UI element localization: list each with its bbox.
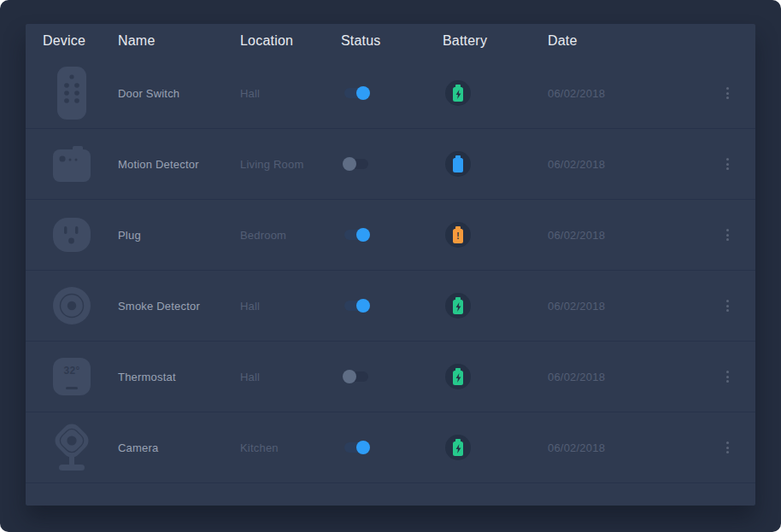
device-name: Smoke Detector [118,300,240,313]
device-location: Hall [240,87,341,100]
row-menu-button[interactable] [720,155,734,172]
toggle-knob [343,370,356,383]
device-location: Living Room [240,158,341,171]
charging-bolt-icon [455,302,461,312]
battery-indicator: ! [445,293,471,319]
row-menu-button[interactable] [720,439,734,456]
camera-icon [48,418,96,477]
row-menu-button[interactable] [720,368,734,385]
devices-table: Device Name Location Status Battery Date… [26,24,755,506]
column-header-battery: Battery [443,33,548,49]
device-date: 06/02/2018 [548,300,719,313]
battery-alert-glyph: ! [456,232,459,241]
row-menu-button[interactable] [720,85,734,102]
toggle-knob [356,299,370,313]
device-location: Bedroom [240,229,341,242]
battery-indicator: ! [445,435,471,460]
device-name: Door Switch [118,87,240,100]
table-row: Door Switch Hall ! 06/02/2018 [26,58,755,129]
device-location: Hall [240,371,341,383]
plug-icon [48,205,96,265]
device-location: Kitchen [240,441,341,454]
table-row: 32° Thermostat Hall ! 06/02/2018 [26,342,755,412]
toggle-knob [343,157,356,171]
charging-bolt-icon [455,373,461,383]
smoke-detector-icon [48,276,96,336]
status-toggle[interactable] [344,371,368,382]
table-row: Motion Detector Living Room ! 06/02/2018 [26,129,755,200]
status-toggle[interactable] [344,442,368,453]
device-location: Hall [240,300,341,313]
table-row: Camera Kitchen ! 06/02/2018 [26,412,755,483]
row-menu-button[interactable] [720,226,734,243]
battery-indicator: ! [445,80,471,106]
toggle-knob [356,441,370,454]
device-name: Plug [118,229,240,242]
battery-indicator: ! [445,222,471,248]
battery-indicator: ! [445,364,471,389]
row-menu-button[interactable] [720,297,734,314]
thermostat-reading: 32° [63,365,79,395]
status-toggle[interactable] [344,230,368,240]
column-header-device: Device [43,33,118,49]
column-header-status: Status [341,33,443,49]
device-date: 06/02/2018 [548,158,719,171]
devices-window: Device Name Location Status Battery Date… [0,0,781,532]
table-header: Device Name Location Status Battery Date [26,24,755,58]
toggle-knob [356,228,370,242]
status-toggle[interactable] [344,301,368,311]
column-header-location: Location [240,33,341,49]
table-row: Smoke Detector Hall ! 06/02/2018 [26,271,755,342]
status-toggle[interactable] [344,88,368,98]
remote-icon [48,63,96,123]
battery-indicator: ! [445,151,471,177]
column-header-date: Date [548,33,719,49]
charging-bolt-icon [455,90,461,99]
device-name: Motion Detector [118,158,240,171]
motion-detector-icon [48,134,96,194]
device-date: 06/02/2018 [548,87,719,100]
device-name: Thermostat [118,371,240,383]
device-name: Camera [118,441,240,454]
thermostat-icon: 32° [48,347,96,406]
toggle-knob [356,86,370,100]
device-date: 06/02/2018 [548,371,719,383]
device-date: 06/02/2018 [548,229,719,242]
column-header-name: Name [118,33,240,49]
device-date: 06/02/2018 [548,441,719,454]
table-row: Plug Bedroom ! 06/02/2018 [26,200,755,271]
charging-bolt-icon [455,444,461,453]
status-toggle[interactable] [344,159,368,169]
